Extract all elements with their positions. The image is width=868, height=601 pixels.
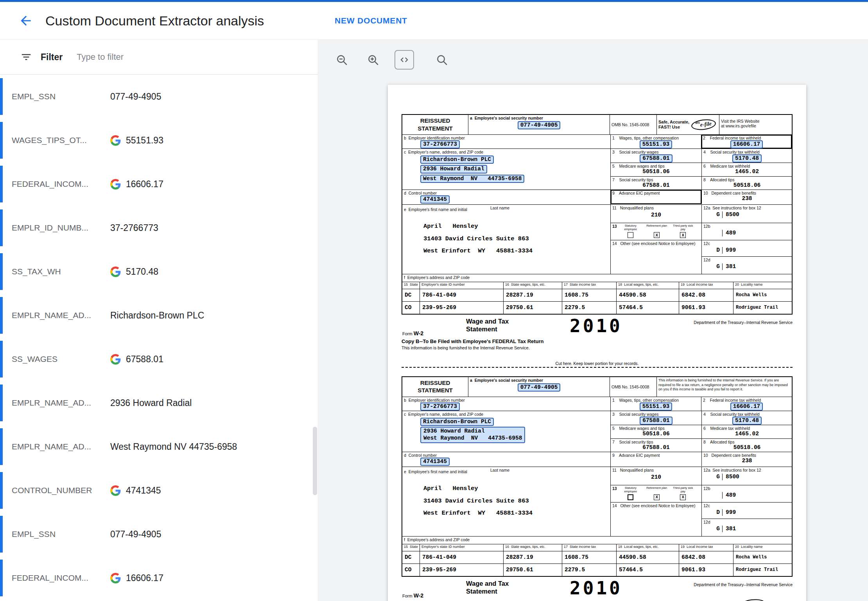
w2-box-9: 9 Advance EIC payment <box>611 452 701 466</box>
w2-box-d: d Control number 4741345 <box>402 452 610 467</box>
field-row[interactable]: CONTROL_NUMBER 4741345 <box>0 469 318 512</box>
checkbox-statutory-employee[interactable]: Statutory employee <box>618 224 643 238</box>
w2-box-14: 14 Other (see enclosed Notice to Employe… <box>611 240 701 256</box>
entity-highlight-wages[interactable]: 55151.93 <box>640 402 673 411</box>
field-label: EMPLR_NAME_AD... <box>12 442 110 451</box>
entity-highlight-ss-wages[interactable]: 67588.01 <box>640 417 673 425</box>
form-year: 2010 <box>570 315 622 336</box>
field-row[interactable]: WAGES_TIPS_OT... 55151.93 <box>0 118 318 162</box>
back-button[interactable] <box>16 11 35 30</box>
w2-box-8: 8 Allocated tips 50518.06 <box>701 439 792 452</box>
w2-box-b: b Employer identification number 37-2766… <box>402 397 610 411</box>
copy-b-line: Copy B--To Be Filed with Employee's FEDE… <box>402 338 793 345</box>
bounding-box-toggle-button[interactable] <box>395 50 414 70</box>
checkbox-retirement-plan[interactable]: Retirement plan X <box>644 487 669 500</box>
w2-box-a: a Employee's social security number 077-… <box>468 377 610 397</box>
checkbox-retirement-plan[interactable]: Retirement plan X <box>644 224 669 238</box>
field-value: 37-2766773 <box>110 223 158 233</box>
entity-highlight-control-number[interactable]: 4741345 <box>420 195 450 204</box>
w2-box-5: 5 Medicare wages and tips 50518.06 <box>611 163 701 176</box>
w2-box-8: 8 Allocated tips 50518.06 <box>701 177 792 190</box>
field-row[interactable]: EMPLR_NAME_AD... 2936 Howard Radial <box>0 381 318 425</box>
entity-highlight-ssn[interactable]: 077-49-4905 <box>518 383 561 392</box>
w2-box-12d: 12d G381 <box>701 519 792 536</box>
field-label: SS_TAX_WH <box>12 267 110 276</box>
entities-panel: Filter EMPL_SSN 077-49-4905 WAGES_TIPS_O… <box>0 40 318 601</box>
w2-box-12c: 12c D999 <box>701 503 792 519</box>
field-value: 55151.93 <box>126 135 163 146</box>
app-header: Custom Document Extractor analysis NEW D… <box>0 2 868 40</box>
w2-boxes-11-14: 11 Nonqualified plans 210 12a See instru… <box>610 205 792 274</box>
new-document-button[interactable]: NEW DOCUMENT <box>335 16 407 25</box>
employee-name: April Hensley <box>423 223 609 230</box>
field-row[interactable]: EMPL_SSN 077-49-4905 <box>0 75 318 118</box>
field-row[interactable]: EMPLR_NAME_AD... West Raymond NV 44735-6… <box>0 425 318 469</box>
field-row[interactable]: FEDERAL_INCOM... 16606.17 <box>0 162 318 206</box>
checkbox-third-party-sick-pay[interactable]: Third-party sick pay X <box>671 224 696 238</box>
entity-highlight-ein[interactable]: 37-2766773 <box>420 140 460 148</box>
field-row[interactable]: SS_WAGES 67588.01 <box>0 337 318 381</box>
entity-highlight-fed-tax[interactable]: 16606.17 <box>730 402 763 411</box>
entity-highlight-ssn[interactable]: 077-49-4905 <box>518 121 561 129</box>
w2-footer-copy-c: Form W-2 Wage and TaxStatement 2010 Depa… <box>402 580 793 600</box>
entity-highlight-ein[interactable]: 37-2766773 <box>420 402 460 411</box>
page-title: Custom Document Extractor analysis <box>45 13 264 29</box>
entity-highlight-wages[interactable]: 55151.93 <box>640 140 673 148</box>
w2-state-row: DC 786-41-049 28287.19 1608.75 44590.58 … <box>402 289 792 301</box>
w2-reissued: REISSUED STATEMENT <box>402 115 468 134</box>
w2-box-a: a Employee's social security number 077-… <box>468 115 610 134</box>
filter-input[interactable] <box>76 52 246 63</box>
w2-form-copy-c: REISSUED STATEMENT a Employee's social s… <box>402 376 793 577</box>
w2-box-5: 5 Medicare wages and tips 50518.06 <box>611 425 701 438</box>
w2-box-12a: 12a See instructions for box 12 G8500 <box>701 205 792 223</box>
checkbox-statutory-employee[interactable]: Statutory employee <box>618 487 643 500</box>
entity-highlight-ss-tax[interactable]: 5170.48 <box>732 154 762 163</box>
entity-highlight-employer-address[interactable]: 2936 Howard Radial West Raymond NV 44735… <box>420 427 525 443</box>
entity-highlight-employer-addr1[interactable]: 2936 Howard Radial <box>420 165 487 173</box>
field-row[interactable]: EMPLR_ID_NUMB... 37-2766773 <box>0 206 318 250</box>
field-row[interactable]: FEDERAL_INCOM... 16606.17 <box>0 556 318 600</box>
zoom-out-button[interactable] <box>332 50 352 70</box>
entity-highlight-fed-tax[interactable]: 16606.17 <box>730 140 763 148</box>
form-year: 2010 <box>570 578 622 599</box>
cut-here-separator: Cut here. Keep lower portion for your re… <box>402 361 793 368</box>
w2-box-1: 1 Wages, tips, other compensation 55151.… <box>610 135 701 148</box>
field-row[interactable]: EMPL_SSN 077-49-4905 <box>0 512 318 556</box>
w2-box-1: 1 Wages, tips, other compensation 55151.… <box>610 397 701 411</box>
field-value: 4741345 <box>126 485 161 496</box>
search-document-button[interactable] <box>432 50 452 70</box>
w2-box-e: e Employee's first name and initial Last… <box>402 205 610 274</box>
field-value: 16606.17 <box>126 573 163 583</box>
w2-box-12a: 12a See instructions for box 12 G8500 <box>701 467 792 485</box>
w2-box-7: 7 Social security tips 67588.01 <box>611 177 701 190</box>
w2-state-row: CO 239-95-269 29750.61 2279.5 57464.5 90… <box>402 563 792 576</box>
zoom-in-button[interactable] <box>363 50 383 70</box>
scrollbar-thumb[interactable] <box>313 427 317 495</box>
viewer-toolbar <box>332 50 463 70</box>
google-icon <box>110 573 121 583</box>
field-value: 5170.48 <box>126 267 158 277</box>
w2-state-row: DC 786-41-049 28287.19 1608.75 44590.58 … <box>402 551 792 563</box>
checkbox-third-party-sick-pay[interactable]: Third-party sick pay X <box>671 487 696 500</box>
w2-box-4: 4 Social security tax withheld 5170.48 <box>701 411 792 425</box>
w2-boxes-9-10: 9 Advance EIC payment 10 Dependent care … <box>610 452 792 467</box>
field-row[interactable]: EMPLR_NAME_AD... Richardson-Brown PLC <box>0 293 318 337</box>
entity-highlight-employer-name[interactable]: Richardson-Brown PLC <box>420 156 494 164</box>
field-row[interactable]: SS_TAX_WH 5170.48 <box>0 250 318 293</box>
w2-box-13: 13 Statutory employee Retirement plan X <box>611 485 701 502</box>
code-brackets-icon <box>399 54 410 65</box>
entity-highlight-ss-wages[interactable]: 67588.01 <box>640 154 673 163</box>
entity-highlight-control-number[interactable]: 4741345 <box>420 458 450 466</box>
w2-box-c: c Employer's name, address, and ZIP code… <box>402 411 610 452</box>
dashed-line <box>402 367 793 368</box>
employee-addr1: 31403 David Circles Suite 863 <box>423 235 609 243</box>
entity-highlight-ss-tax[interactable]: 5170.48 <box>732 417 762 425</box>
w2-reissued: REISSUED STATEMENT <box>402 377 468 397</box>
filter-icon <box>20 51 32 63</box>
entity-highlight-employer-addr2[interactable]: West Raymond NV 44735-6958 <box>420 175 524 183</box>
field-label: EMPLR_NAME_AD... <box>12 398 110 408</box>
entity-highlight-employer-name[interactable]: Richardson-Brown PLC <box>420 418 494 426</box>
w2-boxes-3-8: 3 Social security wages 67588.01 4 Socia… <box>610 411 792 452</box>
w2-box-3: 3 Social security wages 67588.01 <box>611 411 701 425</box>
arrow-back-icon <box>18 13 33 28</box>
